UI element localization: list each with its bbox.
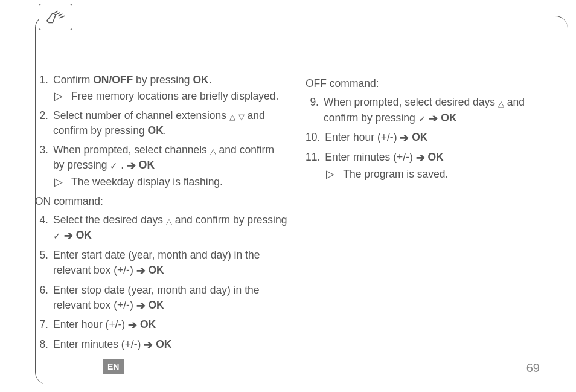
item-text: Enter minutes (+/-) ➔ OK [325, 150, 558, 165]
item-text: Enter stop date (year, month and day) in… [53, 283, 287, 314]
content-columns: 1.Confirm ON/OFF by pressing OK.▷Free me… [35, 72, 558, 356]
item-text: Enter hour (+/-) ➔ OK [325, 130, 558, 146]
item-body: Enter minutes (+/-) ➔ OK [53, 337, 287, 353]
item-text: Enter minutes (+/-) ➔ OK [53, 337, 287, 353]
list-item: 10.Enter hour (+/-) ➔ OK [306, 130, 558, 146]
result-text: The weekday display is flashing. [71, 175, 223, 190]
up-triangle-icon: △ [166, 216, 172, 228]
item-body: Enter hour (+/-) ➔ OK [325, 130, 558, 146]
bold-text: OK [441, 112, 456, 124]
check-icon: ✓ [418, 112, 426, 126]
item-text: Enter hour (+/-) ➔ OK [53, 317, 287, 333]
bold-text: OK [148, 124, 164, 137]
item-text: Select the desired days △ and confirm by… [53, 213, 287, 244]
bold-text: OK [139, 159, 155, 171]
bold-text: OK [76, 229, 92, 241]
item-body: Enter hour (+/-) ➔ OK [53, 317, 287, 333]
item-number: 2. [35, 108, 53, 139]
item-number: 1. [35, 72, 53, 104]
bold-text: ON/OFF [93, 74, 133, 86]
item-body: Enter stop date (year, month and day) in… [53, 283, 287, 314]
list-item: 11.Enter minutes (+/-) ➔ OK▷The program … [306, 150, 558, 182]
item-body: Enter start date (year, month and day) i… [53, 248, 287, 279]
off-command-label: OFF command: [306, 76, 558, 91]
item-text: When prompted, select channels △ and con… [53, 143, 287, 174]
result-line: ▷The program is saved. [325, 167, 558, 182]
list-item: 4.Select the desired days △ and confirm … [35, 213, 287, 244]
arrow-icon: ➔ [64, 228, 73, 243]
result-marker-icon: ▷ [325, 167, 343, 182]
up-triangle-icon: △ [498, 98, 504, 110]
result-marker-icon: ▷ [53, 175, 71, 190]
item-body: When prompted, select desired days △ and… [324, 95, 558, 126]
item-number: 8. [35, 337, 53, 353]
bold-text: OK [149, 299, 164, 311]
page-number: 69 [526, 361, 540, 375]
bold-text: OK [149, 264, 164, 276]
list-item: 8.Enter minutes (+/-) ➔ OK [35, 337, 287, 353]
item-number: 5. [35, 248, 53, 279]
list-on: 4.Select the desired days △ and confirm … [35, 213, 287, 353]
item-text: Confirm ON/OFF by pressing OK. [53, 72, 287, 88]
item-number: 6. [35, 283, 53, 314]
item-body: Select the desired days △ and confirm by… [53, 213, 287, 244]
down-triangle-icon: ▽ [238, 112, 245, 123]
arrow-icon: ➔ [416, 150, 425, 165]
check-icon: ✓ [110, 159, 118, 173]
arrow-icon: ➔ [136, 263, 146, 278]
item-body: Confirm ON/OFF by pressing OK.▷Free memo… [53, 72, 287, 104]
thumb-icon [39, 4, 72, 30]
list-item: 3.When prompted, select channels △ and c… [35, 143, 287, 190]
bold-text: OK [412, 131, 427, 143]
list-item: 7.Enter hour (+/-) ➔ OK [35, 317, 287, 333]
item-text: Enter start date (year, month and day) i… [53, 248, 287, 279]
arrow-icon: ➔ [127, 158, 136, 173]
list-item: 9.When prompted, select desired days △ a… [306, 95, 558, 126]
right-column: OFF command: 9.When prompted, select des… [306, 72, 558, 356]
up-triangle-icon: △ [210, 146, 216, 158]
item-number: 3. [35, 143, 53, 190]
arrow-icon: ➔ [429, 111, 438, 126]
result-text: The program is saved. [343, 167, 448, 182]
list-item: 1.Confirm ON/OFF by pressing OK.▷Free me… [35, 72, 287, 104]
bold-text: OK [140, 318, 156, 330]
result-text: Free memory locations are briefly displa… [71, 89, 278, 104]
arrow-icon: ➔ [400, 130, 409, 146]
list-item: 6.Enter stop date (year, month and day) … [35, 283, 287, 314]
item-text: When prompted, select desired days △ and… [324, 95, 558, 126]
item-text: Select number of channel extensions △ ▽ … [53, 108, 287, 139]
result-marker-icon: ▷ [53, 89, 71, 104]
item-body: Enter minutes (+/-) ➔ OK▷The program is … [325, 150, 558, 182]
list-item: 5.Enter start date (year, month and day)… [35, 248, 287, 279]
item-number: 9. [306, 95, 324, 126]
arrow-icon: ➔ [128, 318, 137, 333]
list-off: 9.When prompted, select desired days △ a… [306, 95, 558, 182]
check-icon: ✓ [53, 230, 61, 243]
bold-text: OK [193, 74, 208, 86]
item-body: When prompted, select channels △ and con… [53, 143, 287, 190]
list-item: 2.Select number of channel extensions △ … [35, 108, 287, 139]
bold-text: OK [427, 151, 443, 163]
left-column: 1.Confirm ON/OFF by pressing OK.▷Free me… [35, 72, 287, 356]
item-number: 11. [306, 150, 325, 182]
list-initial: 1.Confirm ON/OFF by pressing OK.▷Free me… [35, 72, 287, 190]
item-body: Select number of channel extensions △ ▽ … [53, 108, 287, 139]
item-number: 10. [306, 130, 325, 146]
item-number: 7. [35, 317, 53, 333]
item-number: 4. [35, 213, 53, 244]
on-command-label: ON command: [35, 194, 287, 209]
bold-text: OK [156, 338, 171, 350]
arrow-icon: ➔ [144, 338, 153, 353]
language-badge: EN [103, 359, 124, 374]
result-line: ▷The weekday display is flashing. [53, 175, 287, 190]
result-line: ▷Free memory locations are briefly displ… [53, 89, 287, 104]
up-triangle-icon: △ [229, 112, 235, 123]
arrow-icon: ➔ [136, 298, 146, 313]
